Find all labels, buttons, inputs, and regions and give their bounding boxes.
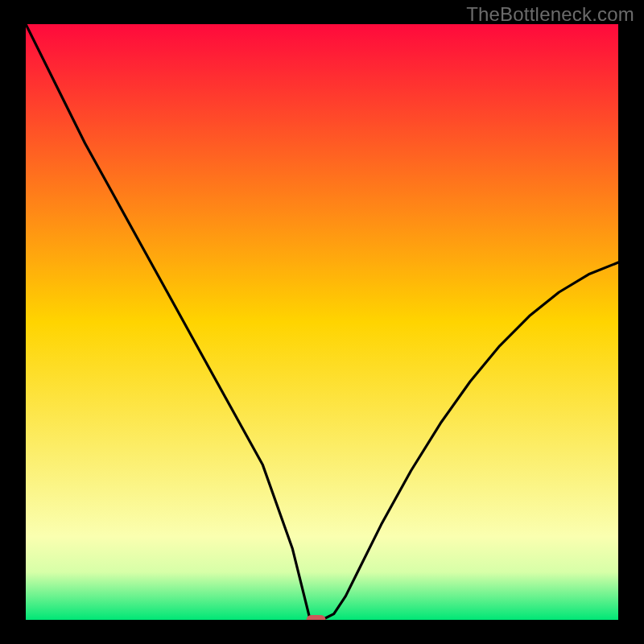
watermark-text: TheBottleneck.com xyxy=(466,3,634,26)
chart-frame: TheBottleneck.com xyxy=(0,0,644,644)
bottleneck-plot xyxy=(26,24,618,620)
valley-marker xyxy=(307,615,326,620)
gradient-background xyxy=(26,24,618,620)
plot-svg xyxy=(26,24,618,620)
